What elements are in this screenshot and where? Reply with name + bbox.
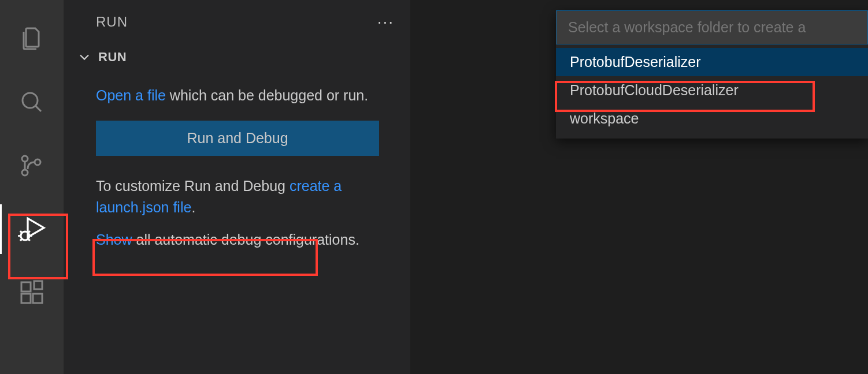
customize-paragraph: To customize Run and Debug create a laun… (96, 175, 378, 219)
svg-point-4 (35, 159, 40, 165)
open-file-link[interactable]: Open a file (96, 87, 166, 103)
workspace-folder-quickpick: ProtobufDeserializer ProtobufCloudDeseri… (556, 10, 868, 139)
show-rest: all automatic debug configurations. (132, 231, 359, 248)
show-link[interactable]: Show (96, 231, 132, 248)
svg-rect-13 (21, 294, 31, 303)
extensions-icon[interactable] (0, 261, 64, 324)
run-and-debug-button[interactable]: Run and Debug (96, 121, 379, 156)
source-control-icon[interactable] (0, 134, 64, 197)
quickpick-item-protobufdeserializer[interactable]: ProtobufDeserializer (556, 48, 868, 76)
svg-rect-15 (34, 281, 42, 289)
quickpick-list: ProtobufDeserializer ProtobufCloudDeseri… (556, 44, 868, 139)
svg-line-8 (20, 231, 22, 233)
section-title: RUN (98, 50, 127, 65)
chevron-down-icon (76, 49, 92, 65)
search-icon[interactable] (0, 70, 64, 134)
svg-line-11 (28, 239, 30, 241)
show-configs-paragraph: Show all automatic debug configurations. (96, 229, 378, 251)
svg-line-1 (35, 106, 41, 111)
explorer-icon[interactable] (0, 7, 64, 70)
svg-rect-12 (21, 282, 31, 291)
quickpick-item-protobufclouddeserializer[interactable]: ProtobufCloudDeserializer (556, 76, 868, 104)
run-panel-body: Open a file which can be debugged or run… (64, 71, 410, 250)
customize-pre: To customize Run and Debug (96, 178, 290, 194)
svg-line-10 (20, 239, 22, 241)
svg-line-9 (28, 231, 30, 233)
sidebar-title: RUN (96, 14, 128, 30)
customize-post: . (191, 199, 195, 215)
quickpick-input[interactable] (556, 10, 868, 44)
more-icon[interactable]: ··· (377, 13, 394, 31)
quickpick-item-workspace[interactable]: workspace (556, 104, 868, 133)
run-and-debug-icon[interactable] (0, 197, 64, 261)
svg-point-2 (22, 156, 28, 162)
svg-rect-14 (33, 294, 42, 303)
run-section-header[interactable]: RUN (64, 43, 410, 71)
open-file-text: which can be debugged or run. (166, 87, 368, 103)
svg-point-3 (22, 170, 28, 175)
open-file-paragraph: Open a file which can be debugged or run… (96, 85, 378, 107)
svg-point-0 (23, 93, 38, 108)
run-sidebar: RUN ··· RUN Open a file which can be deb… (64, 0, 410, 374)
activity-bar (0, 0, 64, 374)
